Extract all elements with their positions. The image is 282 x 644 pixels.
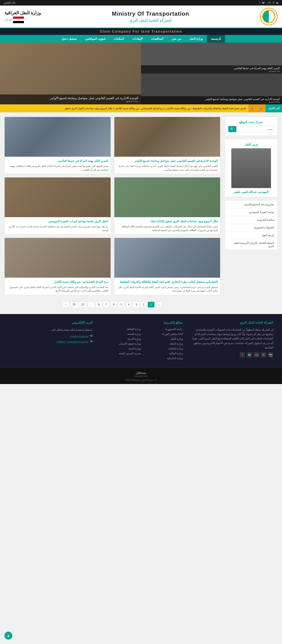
footer-link-education[interactable]: وزارة التربية — [99, 337, 141, 340]
footer-rss-icon[interactable]: R — [261, 352, 266, 358]
rss-icon[interactable]: R — [273, 1, 275, 4]
footer-facebook-icon[interactable]: f — [240, 352, 245, 358]
page-23[interactable]: 23 — [79, 302, 87, 308]
main-content: محرك بحث الموقع 🔍 وزير النقل المهندس عبد… — [0, 112, 282, 314]
iraq-flag: ✦ الله أكبر — [4, 16, 24, 23]
footer-grid: الشركة العامة للنقل البري إن الشركة تمتل… — [9, 321, 273, 361]
pagination: ‹ 1 2 3 4 5 6 7 8 ... 23 24 › — [4, 300, 220, 310]
search-row: 🔍 — [228, 126, 274, 132]
footer-email-title: البريد الإلكتروني — [9, 321, 93, 324]
ticker-label: أخر الأخبار — [266, 104, 282, 112]
page-next[interactable]: › — [63, 302, 69, 308]
footer-link-transport[interactable]: وزارة النقل — [141, 337, 183, 340]
page-24[interactable]: 24 — [70, 302, 78, 308]
search-box: محرك بحث الموقع 🔍 — [225, 117, 278, 136]
email-icon-2: ✉ — [90, 340, 93, 343]
news-card-text-1: القسم القانوني ركن مهم من أركان الشركة ا… — [117, 164, 218, 172]
hero-left: المدير العام يهنئ المرأة في عيدها العالم… — [141, 42, 282, 104]
hero-img-1: المدير العام يهنئ المرأة في عيدها العالم… — [141, 42, 282, 74]
nav-libraries[interactable]: المكتبات — [110, 35, 128, 42]
footer-link-council[interactable]: أمانة مجلس الوزراء — [141, 332, 183, 336]
footer-link-oil[interactable]: وزارة النفط — [141, 342, 183, 345]
news-card-img-2 — [5, 117, 111, 157]
state-company-title: State Company For land Transportation — [100, 30, 182, 33]
page-1[interactable]: 1 — [148, 302, 154, 308]
news-card-body-6: درع الإبداع للشحماني.. من وكالة بصمة للأ… — [5, 278, 111, 295]
footer-link-traffic[interactable]: مديرية المرور العامة — [99, 352, 141, 355]
footer-company: الشركة العامة للنقل البري إن الشركة تمتل… — [189, 321, 273, 361]
ticker-audio-1[interactable]: 🔊 — [257, 104, 266, 112]
footer-link-trade[interactable]: وزارة التجارة — [141, 347, 183, 350]
news-card-title-5[interactable]: الشحماني يستقبل النائب زهرة البجاري عضو … — [117, 280, 218, 284]
news-card-title-1[interactable]: الوحدة الادارية في القسم القانوني عمل مت… — [117, 159, 218, 163]
footer-twitter-icon[interactable]: 🐦 — [247, 352, 252, 358]
nav-login[interactable]: تسجيل دخول — [57, 35, 81, 42]
page-4[interactable]: 4 — [125, 302, 132, 308]
brand-sub: mostaql.com — [3, 375, 279, 378]
weather-status: حالة الطقس — [3, 1, 16, 4]
page-6[interactable]: 6 — [110, 302, 117, 308]
news-card-title-2[interactable]: المدير العام يهنئ المرأة في عيدها العالم… — [7, 159, 108, 163]
footer-link-environment[interactable]: وزارة البيئة — [99, 347, 141, 350]
minister-name: المهندس عبدالله لعيبي باهض — [228, 190, 274, 194]
nav-about[interactable]: من نحن — [167, 35, 185, 42]
page-8[interactable]: 8 — [95, 302, 102, 308]
footer-link-foreign[interactable]: وزارة الخارجية — [141, 357, 183, 360]
logo-graphic — [262, 10, 276, 23]
sidebar-link-5[interactable]: تعرفة النقل — [225, 232, 277, 239]
header-title-area: Ministry Of Transportation الشركة العامة… — [112, 10, 189, 23]
news-card-text-5: استقبل السيد مرتضى كريم الشحماني، رئيس م… — [117, 285, 218, 293]
nav-missions[interactable]: الإيفادات — [128, 35, 147, 42]
search-input[interactable] — [238, 126, 275, 132]
sidebar-link-3[interactable]: منافذنا الحدودية — [225, 216, 277, 224]
footer-company-text: إن الشركة تمتلك أسطولاً من الشاحنات ذات … — [189, 328, 273, 350]
page-2[interactable]: 2 — [140, 302, 147, 308]
state-company-bar: State Company For land Transportation — [0, 28, 282, 35]
header-right: وزارة النقل العراقية ✦ الله أكبر — [4, 10, 41, 23]
footer-email-link-2[interactable]: relation_media@sclt.gov.iq — [57, 340, 88, 344]
news-grid: الوحدة الادارية في القسم القانوني عمل مت… — [4, 117, 220, 310]
footer-instagram-icon[interactable]: 📷 — [268, 352, 273, 358]
sidebar-link-4[interactable]: الحمولات المحورية — [225, 224, 277, 232]
footer-link-finance[interactable]: وزارة المالية — [141, 352, 183, 355]
hero-section: المدير العام يهنئ المرأة في عيدها العالم… — [0, 42, 282, 104]
news-card-title-3[interactable]: خلال أسبوع ونيف شاحنات النقل البري تحقق … — [117, 219, 218, 223]
hero-time-1: منذ أسبوعين — [143, 70, 280, 72]
youtube-icon[interactable]: ▶ — [277, 1, 279, 4]
footer-googleplus-icon[interactable]: G+ — [254, 352, 259, 358]
sidebar-link-6[interactable]: المجلة الخاصة بالزيارة الارمينية للنقل ا… — [225, 239, 277, 250]
footer-link-human[interactable]: وزارة حقوق الإنسان — [99, 342, 141, 345]
news-card-title-4[interactable]: النقل البري متابعة ميدانية لمراب البصرة … — [7, 219, 108, 223]
page-prev[interactable]: ‹ — [155, 302, 162, 308]
nav-citizens[interactable]: شؤون المواطنين — [81, 35, 110, 42]
footer-email-row-1: ✉ info@sclt.gov.iq — [9, 334, 93, 338]
twitter-icon[interactable]: 🐦 — [262, 1, 265, 4]
nav-ministry[interactable]: وزارة النقل — [185, 35, 207, 42]
hero-time-2: منذ 3 أسابيع — [143, 101, 280, 103]
footer-email-link-1[interactable]: info@sclt.gov.iq — [70, 335, 88, 338]
news-card-title-6[interactable]: درع الإبداع للشحماني.. من وكالة بصمة للأ… — [7, 280, 108, 284]
footer-social: 📷 R G+ 🐦 f — [189, 352, 273, 358]
page-3[interactable]: 3 — [133, 302, 140, 308]
facebook-icon[interactable]: f — [259, 1, 260, 4]
footer-links-grid: رئاسة الجمهورية وزارة الثقافة أمانة مجلس… — [99, 328, 183, 361]
news-card-body-4: النقل البري متابعة ميدانية لمراب البصرة … — [5, 217, 111, 234]
social-icons[interactable]: ▶ R G+ 🐦 f — [259, 1, 279, 4]
news-card-img-4 — [5, 178, 111, 217]
brand-name: مستقل — [3, 370, 279, 375]
footer-link-culture[interactable]: وزارة الثقافة — [99, 328, 141, 330]
news-card-img-3 — [114, 178, 220, 217]
footer: الشركة العامة للنقل البري إن الشركة تمتل… — [0, 314, 282, 368]
footer-email-intro: نستقبل اسفساراتكم ومقترحاتكم على: — [9, 328, 93, 332]
nav-tenders[interactable]: المناقصات — [147, 35, 167, 42]
sidebar-link-1[interactable]: مشروع بناية المجمع الإداري — [225, 200, 277, 208]
page-7[interactable]: 7 — [103, 302, 110, 308]
footer-link-health[interactable]: وزارة الصحة — [99, 332, 141, 336]
nav-home[interactable]: الرئيسية — [207, 35, 225, 42]
sidebar-link-2[interactable]: مراب البصرة النموذجي — [225, 208, 277, 216]
googleplus-icon[interactable]: G+ — [267, 1, 271, 4]
ticker-audio-2[interactable]: 🔊 — [248, 104, 257, 112]
page-5[interactable]: 5 — [118, 302, 125, 308]
search-button[interactable]: 🔍 — [228, 126, 236, 132]
footer-link-presidency[interactable]: رئاسة الجمهورية — [141, 328, 183, 330]
